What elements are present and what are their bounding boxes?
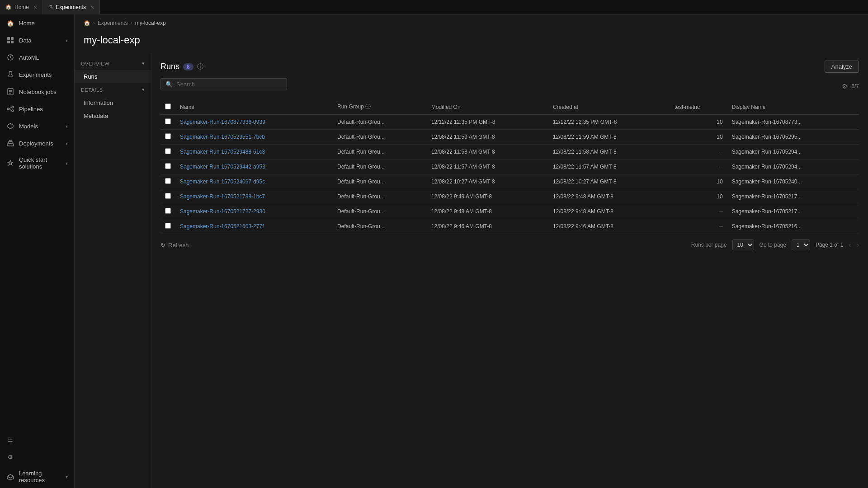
col-created-at[interactable]: Created at	[548, 99, 670, 115]
row-checkbox-3[interactable]	[165, 163, 171, 169]
col-modified-on[interactable]: Modified On	[427, 99, 548, 115]
col-display-name[interactable]: Display Name	[727, 99, 859, 115]
row-checkbox-cell	[160, 174, 175, 189]
run-name-link[interactable]: Sagemaker-Run-1670529442-a953	[180, 164, 265, 170]
sidebar-item-experiments[interactable]: Experiments	[0, 66, 74, 83]
table-footer: ↻ Refresh Runs per page 10 25 50 Go to p…	[160, 234, 859, 252]
row-test-metric: 10	[670, 189, 727, 204]
experiments-icon	[6, 70, 14, 79]
breadcrumb-experiments[interactable]: Experiments	[98, 20, 128, 26]
tab-experiments-label: Experiments	[56, 4, 86, 10]
sidebar-item-notebook-jobs-label: Notebook jobs	[19, 89, 57, 95]
row-modified-on: 12/08/22 11:57 AM GMT-8	[427, 160, 548, 174]
select-all-checkbox[interactable]	[165, 103, 171, 109]
table-row: Sagemaker-Run-1670521603-277f Default-Ru…	[160, 219, 859, 234]
row-checkbox-5[interactable]	[165, 193, 171, 199]
sidebar-item-notebook-jobs[interactable]: Notebook jobs	[0, 83, 74, 100]
sidebar-item-models[interactable]: Models ▾	[0, 117, 74, 135]
svg-rect-2	[7, 41, 10, 43]
run-name-link[interactable]: Sagemaker-Run-1670521727-2930	[180, 208, 265, 215]
row-display-name: Sagemaker-Run-16705217...	[727, 189, 859, 204]
row-checkbox-6[interactable]	[165, 208, 171, 214]
row-created-at: 12/08/22 11:58 AM GMT-8	[548, 145, 670, 160]
go-to-page-select[interactable]: 1	[792, 239, 810, 250]
col-name[interactable]: Name	[175, 99, 333, 115]
row-checkbox-4[interactable]	[165, 178, 171, 184]
run-name-link[interactable]: Sagemaker-Run-1670521739-1bc7	[180, 193, 265, 200]
runs-per-page-select[interactable]: 10 25 50	[732, 239, 754, 250]
experiments-tab-icon: ⚗	[48, 4, 53, 10]
row-test-metric: --	[670, 204, 727, 219]
runs-title-label: Runs	[160, 62, 179, 71]
sidebar-item-experiments-label: Experiments	[19, 71, 52, 78]
search-input[interactable]	[176, 81, 282, 88]
tab-experiments-close[interactable]: ×	[90, 4, 94, 11]
sidebar-item-list[interactable]: ☰	[0, 431, 74, 448]
tab-experiments[interactable]: ⚗ Experiments ×	[43, 0, 100, 14]
next-page-button[interactable]: ›	[857, 241, 859, 249]
row-checkbox-cell	[160, 189, 175, 204]
sidebar-item-models-label: Models	[19, 123, 38, 130]
row-test-metric: --	[670, 160, 727, 174]
run-name-link[interactable]: Sagemaker-Run-1670529488-61c3	[180, 149, 265, 155]
prev-page-button[interactable]: ‹	[849, 241, 851, 249]
table-row: Sagemaker-Run-1670529488-61c3 Default-Ru…	[160, 145, 859, 160]
overview-section[interactable]: OVERVIEW ▾	[75, 57, 151, 70]
row-created-at: 12/08/22 9:48 AM GMT-8	[548, 189, 670, 204]
sidebar-item-home[interactable]: 🏠 Home	[0, 14, 74, 32]
search-icon: 🔍	[165, 81, 173, 88]
side-link-runs[interactable]: Runs	[75, 70, 151, 83]
runs-table: Name Run Group ⓘ Modified On Created at …	[160, 99, 859, 234]
run-name-link[interactable]: Sagemaker-Run-1670521603-277f	[180, 223, 264, 230]
settings-icon: ⚙	[6, 453, 14, 461]
row-modified-on: 12/08/22 9:48 AM GMT-8	[427, 204, 548, 219]
row-created-at: 12/08/22 9:48 AM GMT-8	[548, 204, 670, 219]
table-row: Sagemaker-Run-1670524067-d95c Default-Ru…	[160, 174, 859, 189]
side-link-metadata[interactable]: Metadata	[75, 109, 151, 122]
row-modified-on: 12/12/22 12:35 PM GMT-8	[427, 115, 548, 130]
learning-chevron-icon: ▾	[66, 474, 68, 479]
row-checkbox-cell	[160, 204, 175, 219]
tab-home[interactable]: 🏠 Home ×	[0, 0, 43, 14]
sidebar-item-automl[interactable]: AutoML	[0, 49, 74, 66]
row-checkbox-7[interactable]	[165, 223, 171, 229]
details-section[interactable]: DETAILS ▾	[75, 83, 151, 96]
row-run-group: Default-Run-Grou...	[333, 189, 427, 204]
row-display-name: Sagemaker-Run-16705240...	[727, 174, 859, 189]
col-test-metric[interactable]: test-metric	[670, 99, 727, 115]
row-checkbox-cell	[160, 219, 175, 234]
sidebar-item-quick-start[interactable]: Quick start solutions ▾	[0, 152, 74, 174]
sidebar-item-data[interactable]: Data ▾	[0, 32, 74, 49]
table-row: Sagemaker-Run-1670877336-0939 Default-Ru…	[160, 115, 859, 130]
svg-point-10	[7, 108, 9, 110]
col-count: 6/7	[851, 83, 859, 89]
breadcrumb: 🏠 › Experiments › my-local-exp	[75, 14, 868, 32]
analyze-button[interactable]: Analyze	[825, 61, 859, 73]
row-checkbox-2[interactable]	[165, 148, 171, 154]
tab-home-close[interactable]: ×	[33, 4, 37, 11]
table-settings-icon[interactable]: ⚙	[842, 83, 848, 90]
row-checkbox-0[interactable]	[165, 118, 171, 124]
row-modified-on: 12/08/22 9:46 AM GMT-8	[427, 219, 548, 234]
table-controls: ⚙ 6/7	[842, 83, 859, 90]
row-created-at: 12/12/22 12:35 PM GMT-8	[548, 115, 670, 130]
run-name-link[interactable]: Sagemaker-Run-1670524067-d95c	[180, 178, 265, 185]
sidebar-item-pipelines[interactable]: Pipelines	[0, 100, 74, 117]
runs-info-icon[interactable]: ⓘ	[197, 63, 203, 71]
refresh-button[interactable]: ↻ Refresh	[160, 242, 189, 249]
side-link-information[interactable]: Information	[75, 96, 151, 109]
row-display-name: Sagemaker-Run-16705294...	[727, 145, 859, 160]
table-row: Sagemaker-Run-1670521727-2930 Default-Ru…	[160, 204, 859, 219]
runs-tbody: Sagemaker-Run-1670877336-0939 Default-Ru…	[160, 115, 859, 234]
notebook-icon	[6, 88, 14, 96]
sidebar-item-settings[interactable]: ⚙	[0, 448, 74, 465]
deployments-chevron-icon: ▾	[66, 141, 68, 146]
sidebar-item-quick-start-label: Quick start solutions	[19, 156, 61, 170]
breadcrumb-home-icon[interactable]: 🏠	[84, 20, 90, 26]
run-name-link[interactable]: Sagemaker-Run-1670529551-7bcb	[180, 134, 265, 140]
sidebar-item-deployments[interactable]: Deployments ▾	[0, 135, 74, 152]
row-checkbox-1[interactable]	[165, 133, 171, 139]
run-name-link[interactable]: Sagemaker-Run-1670877336-0939	[180, 119, 265, 125]
col-run-group[interactable]: Run Group ⓘ	[333, 99, 427, 115]
sidebar-item-learning-resources[interactable]: Learning resources ▾	[0, 465, 74, 488]
